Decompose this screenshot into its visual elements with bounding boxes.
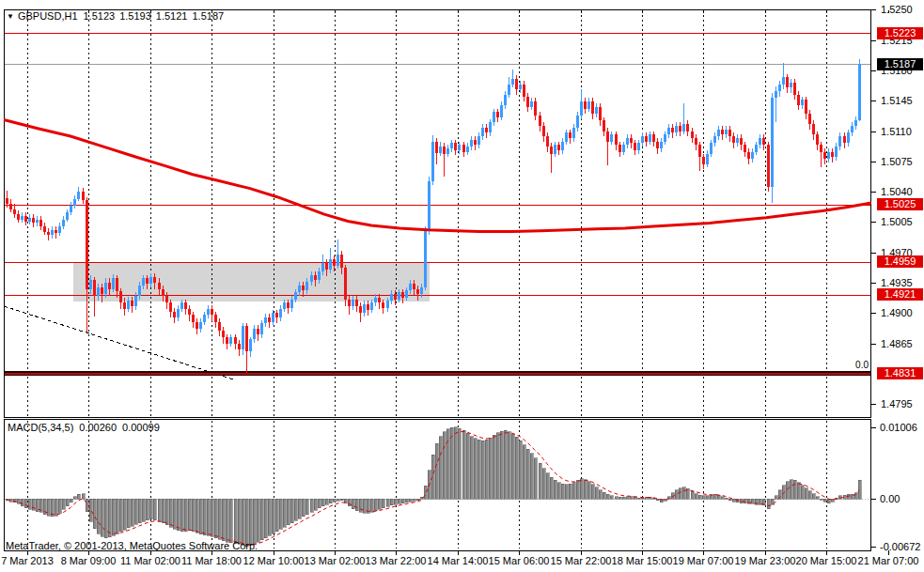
macd-bar (595, 487, 598, 499)
macd-bar (462, 430, 465, 499)
chart-canvas[interactable] (0, 0, 924, 572)
macd-bar (214, 499, 217, 538)
macd-bar (93, 499, 96, 529)
macd-bar (196, 499, 198, 533)
macd-bar (192, 499, 195, 532)
macd-bar (466, 433, 469, 499)
macd-bar (333, 499, 336, 502)
macd-bar (691, 491, 694, 499)
macd-bar (587, 482, 590, 499)
level-price-badge: 1.5223 (877, 27, 923, 39)
macd-bar (149, 499, 152, 519)
macd-bar (314, 499, 317, 510)
macd-bar (184, 499, 187, 532)
macd-bar (218, 499, 221, 539)
macd-bar (725, 498, 728, 499)
macd-bar (619, 497, 621, 499)
macd-bar (454, 427, 457, 499)
macd-bar (478, 440, 480, 499)
macd-bar (104, 499, 107, 538)
macd-bar (823, 499, 826, 502)
macd-bar (165, 499, 168, 525)
macd-bar (305, 499, 308, 515)
macd-bar (340, 499, 343, 501)
macd-bar (793, 480, 796, 499)
macd-bar (493, 435, 495, 499)
macd-bar (416, 499, 419, 501)
candle (428, 177, 431, 236)
macd-bar (131, 499, 133, 526)
macd-bar (664, 499, 666, 501)
macd-bar (123, 499, 126, 530)
macd-bar (97, 499, 100, 533)
macd-bar (55, 499, 57, 516)
macd-bar (229, 499, 232, 543)
macd-bar (775, 496, 777, 499)
macd-bar (119, 499, 122, 532)
macd-bar (283, 499, 286, 527)
macd-bar (641, 498, 644, 499)
price-axis-label: 1.4795 (881, 398, 913, 410)
macd-bar (610, 496, 613, 499)
macd-bar (352, 499, 354, 509)
macd-bar (207, 499, 210, 535)
macd-bar (257, 499, 259, 542)
macd-bar (489, 438, 492, 499)
macd-bar (496, 433, 499, 499)
macd-main-value: 0.00260 (79, 422, 117, 433)
macd-bar (710, 495, 713, 499)
current-price-badge: 1.5187 (877, 58, 923, 70)
symbol-dropdown-icon[interactable]: ▼ (7, 12, 14, 21)
macd-bar (249, 499, 252, 546)
macd-bar (242, 499, 244, 545)
macd-bar (695, 494, 697, 499)
price-axis-label: 1.4900 (881, 307, 913, 318)
macd-bar (89, 499, 92, 521)
macd-bar (86, 499, 88, 512)
macd-bar (572, 483, 575, 499)
macd-bar (446, 429, 449, 499)
macd-bar (539, 463, 541, 499)
price-axis-label: 1.5145 (881, 95, 913, 106)
candle (767, 142, 770, 193)
macd-bar (515, 437, 518, 499)
macd-bar (679, 488, 681, 499)
price-axis-label: 1.5110 (881, 126, 912, 137)
macd-bar (134, 499, 137, 524)
macd-bar (108, 499, 111, 537)
ohlc-close: 1.5187 (192, 10, 224, 22)
macd-bar (565, 485, 568, 499)
macd-bar (530, 454, 533, 499)
time-axis: 7 Mar 20138 Mar 09:0011 Mar 02:0011 Mar … (0, 555, 924, 570)
ohlc-high: 1.5193 (119, 10, 151, 22)
macd-bar (294, 499, 297, 520)
macd-bar (526, 449, 529, 499)
macd-bar (390, 499, 393, 505)
macd-bar (116, 499, 118, 533)
macd-bar (584, 480, 587, 499)
macd-bar (268, 499, 271, 535)
macd-bar (180, 499, 183, 532)
macd-bar (112, 499, 115, 535)
macd-bar (253, 499, 256, 544)
macd-bar (474, 439, 477, 499)
macd-bar (554, 480, 556, 499)
macd-bar (62, 499, 65, 509)
macd-bar (28, 499, 31, 509)
macd-bar (767, 499, 770, 509)
macd-bar (287, 499, 290, 525)
ohlc-open: 1.5123 (84, 10, 116, 22)
macd-axis-label: 0.00 (880, 493, 900, 504)
macd-bar (805, 488, 807, 499)
macd-bar (203, 499, 206, 535)
macd-bar (420, 497, 423, 499)
macd-bar (17, 499, 20, 503)
macd-bar (162, 499, 164, 523)
macd-bar (401, 499, 404, 503)
macd-bar (325, 499, 328, 504)
macd-bar (298, 499, 301, 518)
macd-bar (542, 469, 545, 499)
macd-bar (66, 499, 69, 506)
price-axis-label: 1.5075 (881, 156, 913, 167)
ohlc-low: 1.5121 (156, 10, 188, 22)
